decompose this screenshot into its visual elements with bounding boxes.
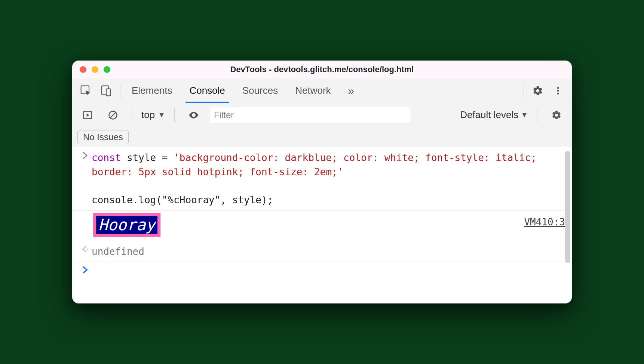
svg-line-8: [110, 112, 116, 118]
chevron-down-icon: ▼: [158, 111, 165, 119]
issues-button[interactable]: No Issues: [77, 130, 129, 144]
kebab-icon: [553, 86, 563, 96]
console-return-entry: undefined: [72, 241, 572, 262]
svg-point-5: [557, 93, 559, 95]
console-input-entry: const style = 'background-color: darkblu…: [72, 147, 572, 211]
log-levels-label: Default levels: [460, 109, 518, 121]
prompt-chevron-icon: [79, 265, 92, 274]
more-menu-button[interactable]: [548, 81, 568, 101]
device-toolbar-icon[interactable]: [96, 81, 116, 101]
close-window-button[interactable]: [80, 66, 86, 73]
tab-elements[interactable]: Elements: [130, 78, 174, 103]
tab-network[interactable]: Network: [294, 78, 332, 103]
svg-point-9: [86, 249, 88, 250]
chevron-down-icon: ▼: [521, 111, 528, 119]
filter-input[interactable]: [209, 107, 411, 123]
titlebar: DevTools - devtools.glitch.me/console/lo…: [72, 61, 572, 78]
window-controls: [80, 61, 110, 78]
log-levels-selector[interactable]: Default levels ▼: [460, 109, 528, 121]
divider: [120, 84, 120, 98]
clear-console-button[interactable]: [103, 105, 123, 125]
source-link[interactable]: VM410:3: [524, 213, 565, 229]
svg-rect-2: [106, 89, 111, 96]
console-log-entry: Hooray VM410:3: [72, 211, 572, 241]
tab-sources[interactable]: Sources: [241, 78, 279, 103]
console-prompt[interactable]: [72, 262, 572, 303]
return-chevron-icon: [79, 245, 92, 253]
inspect-element-icon[interactable]: [76, 81, 96, 101]
console-settings-button[interactable]: [546, 105, 567, 125]
divider: [524, 84, 524, 98]
divider: [132, 108, 132, 122]
console-output: const style = 'background-color: darkblu…: [72, 147, 572, 303]
styled-log-output: Hooray: [93, 213, 160, 237]
eye-icon: [188, 109, 199, 121]
devtools-window: DevTools - devtools.glitch.me/console/lo…: [72, 61, 572, 303]
gear-icon: [532, 85, 543, 96]
divider: [537, 108, 537, 122]
svg-point-4: [557, 90, 559, 92]
divider: [174, 108, 175, 122]
chevron-double-right-icon: »: [348, 84, 355, 97]
console-input-code[interactable]: const style = 'background-color: darkblu…: [92, 151, 565, 207]
tab-console[interactable]: Console: [188, 78, 226, 103]
gear-icon: [551, 110, 562, 120]
live-expression-button[interactable]: [184, 105, 204, 125]
minimize-window-button[interactable]: [92, 66, 98, 73]
scrollbar-thumb[interactable]: [565, 151, 570, 263]
svg-point-3: [557, 87, 559, 89]
panel-tabstrip: Elements Console Sources Network »: [72, 78, 572, 103]
context-label: top: [141, 109, 155, 121]
settings-button[interactable]: [528, 81, 548, 101]
input-chevron-icon: [79, 151, 92, 159]
context-selector[interactable]: top ▼: [141, 109, 165, 121]
toggle-console-sidebar-button[interactable]: [77, 105, 98, 125]
console-toolbar: top ▼ Default levels ▼: [72, 103, 572, 127]
maximize-window-button[interactable]: [104, 66, 110, 73]
tabs-overflow-button[interactable]: »: [347, 78, 356, 103]
clear-icon: [108, 110, 118, 120]
return-value: undefined: [92, 245, 565, 259]
issues-bar: No Issues: [72, 127, 572, 147]
window-title: DevTools - devtools.glitch.me/console/lo…: [230, 65, 414, 74]
